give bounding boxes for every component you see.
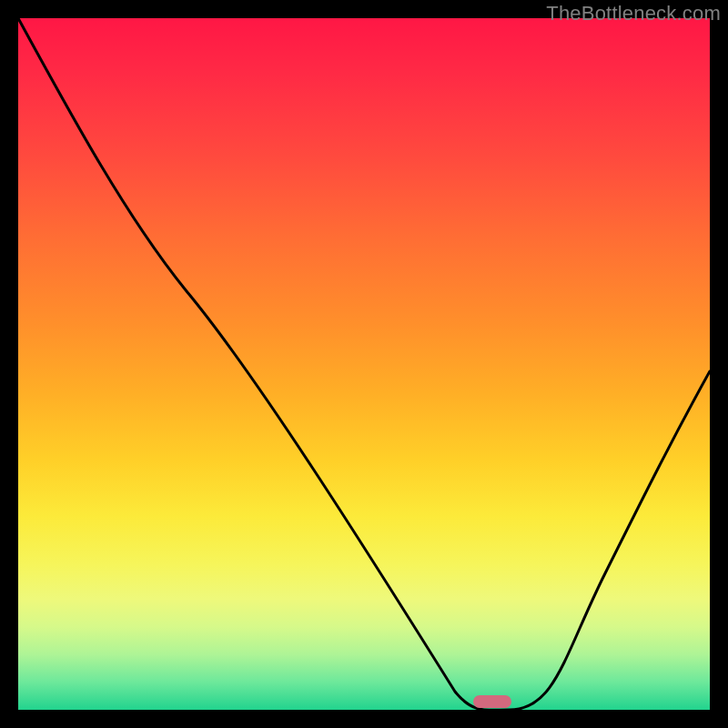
plot-area — [18, 18, 710, 710]
chart-stage: TheBottleneck.com — [0, 0, 728, 728]
bottleneck-curve — [18, 18, 710, 710]
curve-path — [18, 18, 710, 710]
bottleneck-marker — [473, 695, 511, 708]
watermark-text: TheBottleneck.com — [546, 2, 721, 25]
